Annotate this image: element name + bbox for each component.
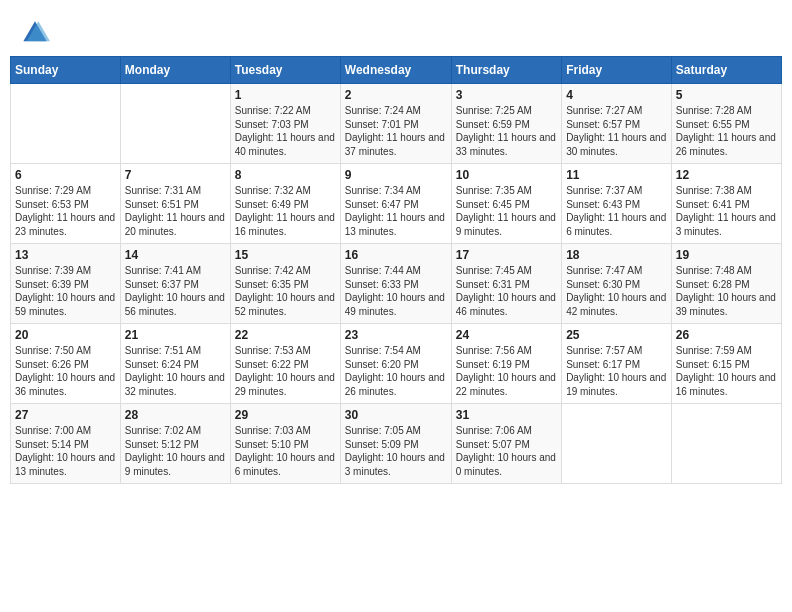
col-header-wednesday: Wednesday xyxy=(340,57,451,84)
day-cell: 16Sunrise: 7:44 AMSunset: 6:33 PMDayligh… xyxy=(340,244,451,324)
col-header-thursday: Thursday xyxy=(451,57,561,84)
week-row-2: 6Sunrise: 7:29 AMSunset: 6:53 PMDaylight… xyxy=(11,164,782,244)
day-cell xyxy=(671,404,781,484)
day-info: Sunrise: 7:22 AMSunset: 7:03 PMDaylight:… xyxy=(235,104,336,158)
day-cell: 12Sunrise: 7:38 AMSunset: 6:41 PMDayligh… xyxy=(671,164,781,244)
day-cell: 23Sunrise: 7:54 AMSunset: 6:20 PMDayligh… xyxy=(340,324,451,404)
day-cell xyxy=(11,84,121,164)
day-number: 3 xyxy=(456,88,557,102)
day-cell: 26Sunrise: 7:59 AMSunset: 6:15 PMDayligh… xyxy=(671,324,781,404)
day-number: 11 xyxy=(566,168,667,182)
day-info: Sunrise: 7:35 AMSunset: 6:45 PMDaylight:… xyxy=(456,184,557,238)
col-header-monday: Monday xyxy=(120,57,230,84)
day-info: Sunrise: 7:37 AMSunset: 6:43 PMDaylight:… xyxy=(566,184,667,238)
week-row-4: 20Sunrise: 7:50 AMSunset: 6:26 PMDayligh… xyxy=(11,324,782,404)
day-cell: 9Sunrise: 7:34 AMSunset: 6:47 PMDaylight… xyxy=(340,164,451,244)
day-cell xyxy=(120,84,230,164)
day-cell: 19Sunrise: 7:48 AMSunset: 6:28 PMDayligh… xyxy=(671,244,781,324)
day-cell: 31Sunrise: 7:06 AMSunset: 5:07 PMDayligh… xyxy=(451,404,561,484)
day-info: Sunrise: 7:56 AMSunset: 6:19 PMDaylight:… xyxy=(456,344,557,398)
col-header-sunday: Sunday xyxy=(11,57,121,84)
day-number: 7 xyxy=(125,168,226,182)
day-info: Sunrise: 7:03 AMSunset: 5:10 PMDaylight:… xyxy=(235,424,336,478)
day-info: Sunrise: 7:00 AMSunset: 5:14 PMDaylight:… xyxy=(15,424,116,478)
week-row-1: 1Sunrise: 7:22 AMSunset: 7:03 PMDaylight… xyxy=(11,84,782,164)
day-cell: 30Sunrise: 7:05 AMSunset: 5:09 PMDayligh… xyxy=(340,404,451,484)
day-info: Sunrise: 7:27 AMSunset: 6:57 PMDaylight:… xyxy=(566,104,667,158)
day-info: Sunrise: 7:44 AMSunset: 6:33 PMDaylight:… xyxy=(345,264,447,318)
day-number: 13 xyxy=(15,248,116,262)
day-number: 23 xyxy=(345,328,447,342)
day-cell: 18Sunrise: 7:47 AMSunset: 6:30 PMDayligh… xyxy=(562,244,672,324)
day-cell: 3Sunrise: 7:25 AMSunset: 6:59 PMDaylight… xyxy=(451,84,561,164)
day-number: 29 xyxy=(235,408,336,422)
day-info: Sunrise: 7:50 AMSunset: 6:26 PMDaylight:… xyxy=(15,344,116,398)
day-cell: 5Sunrise: 7:28 AMSunset: 6:55 PMDaylight… xyxy=(671,84,781,164)
day-number: 24 xyxy=(456,328,557,342)
week-row-3: 13Sunrise: 7:39 AMSunset: 6:39 PMDayligh… xyxy=(11,244,782,324)
day-cell: 25Sunrise: 7:57 AMSunset: 6:17 PMDayligh… xyxy=(562,324,672,404)
day-info: Sunrise: 7:51 AMSunset: 6:24 PMDaylight:… xyxy=(125,344,226,398)
day-info: Sunrise: 7:31 AMSunset: 6:51 PMDaylight:… xyxy=(125,184,226,238)
day-info: Sunrise: 7:24 AMSunset: 7:01 PMDaylight:… xyxy=(345,104,447,158)
day-info: Sunrise: 7:53 AMSunset: 6:22 PMDaylight:… xyxy=(235,344,336,398)
day-number: 28 xyxy=(125,408,226,422)
day-cell: 17Sunrise: 7:45 AMSunset: 6:31 PMDayligh… xyxy=(451,244,561,324)
day-cell: 27Sunrise: 7:00 AMSunset: 5:14 PMDayligh… xyxy=(11,404,121,484)
col-header-friday: Friday xyxy=(562,57,672,84)
day-cell: 2Sunrise: 7:24 AMSunset: 7:01 PMDaylight… xyxy=(340,84,451,164)
logo-icon xyxy=(20,18,50,48)
logo xyxy=(20,18,54,48)
day-number: 12 xyxy=(676,168,777,182)
day-cell: 29Sunrise: 7:03 AMSunset: 5:10 PMDayligh… xyxy=(230,404,340,484)
day-info: Sunrise: 7:54 AMSunset: 6:20 PMDaylight:… xyxy=(345,344,447,398)
day-number: 5 xyxy=(676,88,777,102)
calendar-table: SundayMondayTuesdayWednesdayThursdayFrid… xyxy=(10,56,782,484)
day-number: 8 xyxy=(235,168,336,182)
day-cell: 21Sunrise: 7:51 AMSunset: 6:24 PMDayligh… xyxy=(120,324,230,404)
day-number: 1 xyxy=(235,88,336,102)
day-number: 18 xyxy=(566,248,667,262)
day-info: Sunrise: 7:05 AMSunset: 5:09 PMDaylight:… xyxy=(345,424,447,478)
day-cell: 1Sunrise: 7:22 AMSunset: 7:03 PMDaylight… xyxy=(230,84,340,164)
day-cell: 4Sunrise: 7:27 AMSunset: 6:57 PMDaylight… xyxy=(562,84,672,164)
day-number: 4 xyxy=(566,88,667,102)
day-number: 20 xyxy=(15,328,116,342)
day-number: 30 xyxy=(345,408,447,422)
day-cell: 20Sunrise: 7:50 AMSunset: 6:26 PMDayligh… xyxy=(11,324,121,404)
day-cell: 11Sunrise: 7:37 AMSunset: 6:43 PMDayligh… xyxy=(562,164,672,244)
day-number: 17 xyxy=(456,248,557,262)
day-info: Sunrise: 7:34 AMSunset: 6:47 PMDaylight:… xyxy=(345,184,447,238)
day-info: Sunrise: 7:59 AMSunset: 6:15 PMDaylight:… xyxy=(676,344,777,398)
day-number: 15 xyxy=(235,248,336,262)
day-number: 9 xyxy=(345,168,447,182)
day-info: Sunrise: 7:02 AMSunset: 5:12 PMDaylight:… xyxy=(125,424,226,478)
day-info: Sunrise: 7:29 AMSunset: 6:53 PMDaylight:… xyxy=(15,184,116,238)
day-cell xyxy=(562,404,672,484)
day-info: Sunrise: 7:38 AMSunset: 6:41 PMDaylight:… xyxy=(676,184,777,238)
day-info: Sunrise: 7:06 AMSunset: 5:07 PMDaylight:… xyxy=(456,424,557,478)
col-header-saturday: Saturday xyxy=(671,57,781,84)
day-cell: 6Sunrise: 7:29 AMSunset: 6:53 PMDaylight… xyxy=(11,164,121,244)
col-header-tuesday: Tuesday xyxy=(230,57,340,84)
day-info: Sunrise: 7:28 AMSunset: 6:55 PMDaylight:… xyxy=(676,104,777,158)
day-number: 26 xyxy=(676,328,777,342)
day-number: 2 xyxy=(345,88,447,102)
day-number: 25 xyxy=(566,328,667,342)
page-header xyxy=(10,10,782,48)
day-number: 14 xyxy=(125,248,226,262)
day-info: Sunrise: 7:42 AMSunset: 6:35 PMDaylight:… xyxy=(235,264,336,318)
day-number: 19 xyxy=(676,248,777,262)
day-number: 16 xyxy=(345,248,447,262)
header-row: SundayMondayTuesdayWednesdayThursdayFrid… xyxy=(11,57,782,84)
day-number: 21 xyxy=(125,328,226,342)
day-number: 6 xyxy=(15,168,116,182)
week-row-5: 27Sunrise: 7:00 AMSunset: 5:14 PMDayligh… xyxy=(11,404,782,484)
day-info: Sunrise: 7:32 AMSunset: 6:49 PMDaylight:… xyxy=(235,184,336,238)
day-cell: 8Sunrise: 7:32 AMSunset: 6:49 PMDaylight… xyxy=(230,164,340,244)
day-cell: 15Sunrise: 7:42 AMSunset: 6:35 PMDayligh… xyxy=(230,244,340,324)
day-number: 22 xyxy=(235,328,336,342)
day-cell: 24Sunrise: 7:56 AMSunset: 6:19 PMDayligh… xyxy=(451,324,561,404)
day-cell: 14Sunrise: 7:41 AMSunset: 6:37 PMDayligh… xyxy=(120,244,230,324)
day-info: Sunrise: 7:45 AMSunset: 6:31 PMDaylight:… xyxy=(456,264,557,318)
